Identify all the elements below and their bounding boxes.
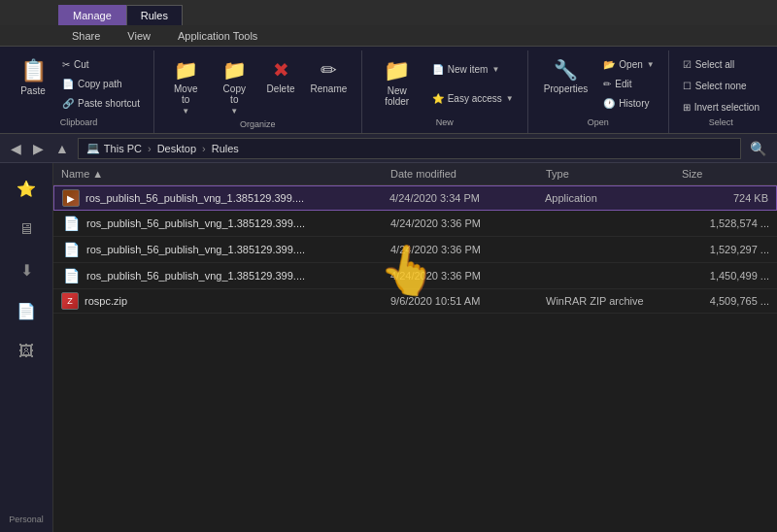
select-none-button[interactable]: ☐ Select none — [677, 79, 765, 93]
file-date: 4/24/2020 3:36 PM — [390, 244, 546, 255]
select-all-button[interactable]: ☑ Select all — [677, 57, 765, 72]
file-name: ros_publish_56_publish_vng_1.385129.399.… — [86, 270, 305, 282]
table-row[interactable]: 📄 ros_publish_56_publish_vng_1.385129.39… — [53, 211, 777, 237]
properties-button[interactable]: 🔧 Properties — [536, 54, 596, 98]
new-folder-icon: 📁 — [384, 58, 410, 83]
open-icon: 📂 — [603, 59, 615, 70]
delete-icon: ✖ — [273, 58, 289, 82]
tab-bar: Manage Rules — [0, 0, 777, 25]
tab-manage[interactable]: Manage — [58, 5, 126, 25]
properties-icon: 🔧 — [554, 58, 578, 82]
file-size: 724 KB — [681, 192, 768, 204]
new-folder-button[interactable]: 📁 New folder — [370, 54, 424, 111]
open-label: Open — [588, 117, 609, 129]
sidebar-quick-access[interactable]: ⭐ — [9, 171, 44, 206]
file-name-cell: Z rospc.zip — [61, 292, 390, 310]
subtab-view[interactable]: View — [114, 28, 164, 44]
paste-shortcut-button[interactable]: 🔗 Paste shortcut — [56, 96, 146, 111]
history-button[interactable]: 🕐 History — [597, 96, 659, 111]
copy-path-button[interactable]: 📄 Copy path — [56, 77, 146, 91]
ribbon-group-new: 📁 New folder 📄 New item ▼ ⭐ Easy access … — [362, 50, 528, 133]
file-date: 4/24/2020 3:36 PM — [390, 217, 546, 229]
paste-shortcut-icon: 🔗 — [62, 98, 74, 109]
select-none-icon: ☐ — [683, 81, 692, 91]
easy-access-button[interactable]: ⭐ Easy access ▼ — [426, 91, 520, 106]
new-label: New — [436, 117, 454, 129]
sidebar-pictures[interactable]: 🖼 — [9, 334, 44, 369]
file-size: 1,528,574 ... — [682, 217, 769, 229]
tab-rules[interactable]: Rules — [126, 5, 183, 25]
invert-selection-button[interactable]: ⊞ Invert selection — [677, 100, 765, 115]
select-label: Select — [709, 117, 733, 129]
col-type[interactable]: Type — [546, 166, 682, 182]
col-name[interactable]: Name ▲ — [61, 166, 390, 182]
cut-icon: ✂ — [62, 59, 70, 70]
sidebar-documents[interactable]: 📄 — [9, 293, 44, 328]
table-row[interactable]: ▶ ros_publish_56_publish_vng_1.385129.39… — [53, 185, 777, 211]
ribbon-group-clipboard: 📋 Paste ✂ Cut 📄 Copy path 🔗 Paste shortc… — [4, 50, 154, 133]
copy-to-button[interactable]: 📁 Copy to ▼ — [212, 54, 258, 119]
zip-icon: Z — [61, 292, 79, 310]
subtab-bar: Share View Application Tools — [0, 25, 777, 47]
file-date: 4/24/2020 3:34 PM — [389, 192, 545, 204]
file-rows: ▶ ros_publish_56_publish_vng_1.385129.39… — [53, 185, 777, 314]
move-to-button[interactable]: 📁 Move to ▼ — [162, 54, 210, 119]
ribbon-group-organize: 📁 Move to ▼ 📁 Copy to ▼ ✖ Delete ✏ Renam… — [154, 50, 362, 133]
file-size: 1,529,297 ... — [682, 244, 769, 255]
file-date: 9/6/2020 10:51 AM — [390, 295, 546, 307]
cut-button[interactable]: ✂ Cut — [56, 57, 146, 72]
path-icon: 💻 — [86, 142, 100, 154]
sidebar-desktop[interactable]: 🖥 — [9, 212, 44, 247]
sidebar-downloads[interactable]: ⬇ — [9, 252, 44, 287]
new-item-button[interactable]: 📄 New item ▼ — [426, 62, 520, 77]
file-size: 4,509,765 ... — [682, 295, 769, 307]
delete-button[interactable]: ✖ Delete — [259, 54, 302, 98]
move-to-icon: 📁 — [174, 58, 198, 82]
table-row[interactable]: 📄 ros_publish_56_publish_vng_1.385129.39… — [53, 263, 777, 289]
file-name: ros_publish_56_publish_vng_1.385129.399.… — [85, 192, 304, 204]
col-date[interactable]: Date modified — [390, 166, 546, 182]
move-to-arrow: ▼ — [182, 107, 189, 116]
file-size: 1,450,499 ... — [682, 270, 769, 282]
file-name: rospc.zip — [84, 295, 127, 307]
open-button[interactable]: 📂 Open ▼ — [597, 57, 659, 72]
copy-to-icon: 📁 — [222, 58, 247, 82]
clipboard-label: Clipboard — [60, 117, 98, 129]
subtab-application-tools[interactable]: Application Tools — [164, 28, 271, 44]
app-icon: ▶ — [62, 189, 80, 207]
nav-forward-button[interactable]: ▶ — [30, 141, 47, 156]
history-icon: 🕐 — [603, 98, 615, 109]
nav-up-button[interactable]: ▲ — [52, 141, 72, 156]
search-button[interactable]: 🔍 — [747, 141, 769, 156]
address-bar: ◀ ▶ ▲ 💻 This PC › Desktop › Rules 🔍 — [0, 134, 777, 163]
paste-button[interactable]: 📋 Paste — [12, 54, 54, 100]
file-type: WinRAR ZIP archive — [546, 295, 682, 307]
table-row[interactable]: 📄 ros_publish_56_publish_vng_1.385129.39… — [53, 237, 777, 263]
new-item-arrow: ▼ — [491, 65, 499, 74]
nav-back-button[interactable]: ◀ — [8, 141, 24, 156]
select-all-icon: ☑ — [683, 59, 692, 70]
ribbon: 📋 Paste ✂ Cut 📄 Copy path 🔗 Paste shortc… — [0, 47, 777, 134]
sidebar-personal-label: Personal — [9, 515, 44, 524]
ribbon-group-open: 🔧 Properties 📂 Open ▼ ✏ Edit 🕐 — [528, 50, 669, 133]
sort-arrow: ▲ — [92, 168, 103, 180]
address-path[interactable]: 💻 This PC › Desktop › Rules — [78, 138, 741, 159]
edit-button[interactable]: ✏ Edit — [597, 77, 659, 91]
organize-label: Organize — [240, 119, 276, 131]
subtab-share[interactable]: Share — [58, 28, 114, 44]
rename-button[interactable]: ✏ Rename — [304, 54, 354, 98]
copy-to-arrow: ▼ — [230, 107, 238, 116]
sidebar: ⭐ 🖥 ⬇ 📄 🖼 Personal — [0, 163, 53, 532]
file-name: ros_publish_56_publish_vng_1.385129.399.… — [86, 217, 305, 229]
file-name-cell: 📄 ros_publish_56_publish_vng_1.385129.39… — [61, 214, 390, 233]
col-size[interactable]: Size — [682, 166, 769, 182]
edit-icon: ✏ — [603, 79, 611, 89]
file-name-cell: ▶ ros_publish_56_publish_vng_1.385129.39… — [62, 189, 389, 207]
table-row[interactable]: Z rospc.zip 9/6/2020 10:51 AM WinRAR ZIP… — [53, 289, 777, 314]
file-date: 4/24/2020 3:36 PM — [390, 270, 546, 282]
file-area: ⭐ 🖥 ⬇ 📄 🖼 Personal Name ▲ Date modified … — [0, 163, 777, 532]
invert-selection-icon: ⊞ — [683, 102, 691, 113]
easy-access-icon: ⭐ — [432, 93, 444, 104]
paste-icon: 📋 — [20, 58, 47, 83]
file-list-header: Name ▲ Date modified Type Size — [53, 163, 777, 185]
